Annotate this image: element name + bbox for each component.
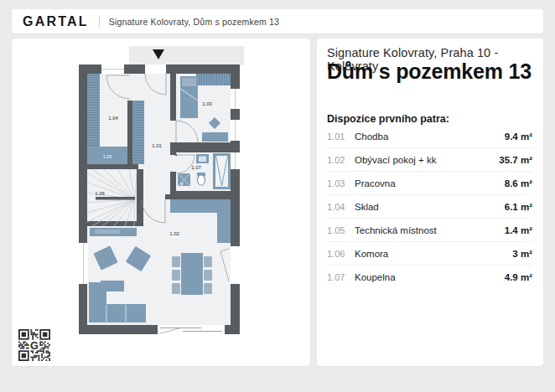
dining-table [181, 253, 203, 295]
header-subtitle: Signature Kolovraty, Dům s pozemkem 13 [109, 17, 280, 27]
table-row: 1.07 Koupelna 4.9 m² [327, 265, 532, 288]
room-area: 4.9 m² [505, 272, 532, 282]
room-area: 1.4 m² [505, 225, 532, 235]
entrance-porch [129, 46, 244, 65]
dining-chair [172, 283, 180, 294]
header-bar: GARTAL Signature Kolovraty, Dům s pozemk… [12, 9, 543, 34]
header-divider [99, 16, 100, 27]
rooms-table: 1.01 Chodba 9.4 m² 1.02 Obývací pokoj + … [327, 125, 532, 288]
table-row: 1.04 Sklad 6.1 m² [327, 194, 532, 218]
room-name: Sklad [355, 202, 505, 212]
table-row: 1.06 Komora 3 m² [327, 241, 532, 265]
brand-logo: GARTAL [23, 14, 89, 29]
kitchen-counter-side [217, 213, 231, 243]
room-label-102: 1.02 [169, 231, 179, 236]
toilet [198, 175, 205, 185]
room-name: Obývací pokoj + kk [355, 155, 499, 165]
desk [202, 132, 228, 142]
room-area: 8.6 m² [505, 178, 532, 188]
dining-chair [204, 270, 212, 281]
room-label-107: 1.07 [191, 165, 201, 170]
room-code: 1.06 [327, 249, 355, 259]
room-area: 6.1 m² [505, 202, 532, 212]
sliding-door [158, 325, 225, 334]
room-label-101: 1.01 [152, 143, 162, 148]
room-area: 9.4 m² [505, 132, 532, 142]
room-name: Pracovna [355, 178, 505, 188]
floor-plan: 1.01 1.02 1.03 1.04 1.05 1.06 1.07 P [12, 39, 310, 366]
dining-chair [204, 256, 212, 267]
room-name: Chodba [355, 132, 505, 142]
dining-chair [204, 283, 212, 294]
sofa [89, 304, 146, 322]
room-code: 1.02 [327, 155, 355, 165]
room-code: 1.03 [327, 178, 355, 188]
info-card: Signature Kolovraty, Praha 10 - Kolovrat… [317, 39, 543, 366]
page-title: Dům s pozemkem 13 [327, 59, 532, 84]
kitchen-counter [170, 199, 231, 213]
section-label: Dispozice prvního patra: [327, 113, 449, 125]
room-code: 1.04 [327, 202, 355, 212]
room-name: Koupelna [355, 272, 505, 282]
table-row: 1.02 Obývací pokoj + kk 35.7 m² [327, 147, 532, 171]
dining-chair [172, 270, 180, 281]
entrance-door-opening [145, 64, 166, 74]
dining-chair [172, 256, 180, 267]
table-row: 1.01 Chodba 9.4 m² [327, 125, 532, 147]
washer-label: P [180, 183, 183, 187]
table-row: 1.05 Technická místnost 1.4 m² [327, 218, 532, 241]
stairs-handrail [96, 197, 135, 200]
table-row: 1.03 Pracovna 8.6 m² [327, 171, 532, 194]
terrace-door [231, 246, 240, 284]
room-name: Technická místnost [355, 225, 505, 235]
floorplan-card: 1.01 1.02 1.03 1.04 1.05 1.06 1.07 P G [12, 39, 310, 366]
room-name: Komora [355, 249, 512, 259]
room-area: 35.7 m² [499, 155, 532, 165]
qr-center-letter: G [30, 340, 39, 352]
room-code: 1.05 [327, 225, 355, 235]
room-code: 1.07 [327, 272, 355, 282]
room-label-106: 1.06 [95, 191, 105, 196]
room-label-104: 1.04 [108, 116, 118, 121]
room-area: 3 m² [512, 249, 532, 259]
room-label-103: 1.03 [202, 101, 212, 106]
room-label-105: 1.05 [103, 154, 112, 159]
pillow [182, 78, 196, 86]
qr-code: G [18, 329, 50, 361]
room-code: 1.01 [327, 132, 355, 142]
